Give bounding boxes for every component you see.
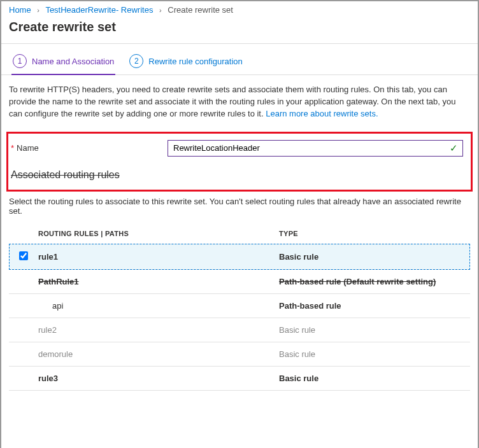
name-label: *Name: [11, 143, 168, 153]
table-row[interactable]: rule3Basic rule: [9, 367, 470, 391]
row-type: Basic rule: [279, 325, 460, 335]
row-name: rule1: [38, 252, 279, 262]
learn-more-link[interactable]: Learn more about rewrite sets.: [266, 109, 378, 118]
table-row[interactable]: apiPath-based rule: [9, 294, 470, 318]
row-name: rule3: [38, 374, 279, 383]
step-2-icon: 2: [129, 54, 143, 68]
column-type-header: TYPE: [279, 230, 460, 237]
row-name: demorule: [38, 349, 279, 359]
name-section-highlight: *Name ✓ Associated routing rules: [6, 132, 473, 192]
tab-label: Rewrite rule configuration: [148, 57, 242, 66]
row-type: Basic rule: [279, 374, 460, 383]
chevron-right-icon: ›: [155, 6, 166, 14]
intro-text: To rewrite HTTP(S) headers, you need to …: [9, 84, 470, 120]
row-type: Basic rule: [279, 349, 460, 359]
row-name: PathRule1: [38, 277, 279, 286]
column-name-header: ROUTING RULES | PATHS: [19, 230, 279, 237]
breadcrumb-mid[interactable]: TestHeaderRewrite- Rewrites: [45, 5, 153, 15]
breadcrumb: Home › TestHeaderRewrite- Rewrites › Cre…: [1, 1, 478, 17]
row-checkbox[interactable]: [19, 251, 28, 260]
associated-rules-heading: Associated routing rules: [11, 169, 468, 181]
breadcrumb-home[interactable]: Home: [9, 5, 31, 15]
tab-rewrite-rule-config[interactable]: 2 Rewrite rule configuration: [128, 50, 243, 74]
associated-rules-description: Select the routing rules to associate to…: [9, 197, 470, 216]
table-row: rule2Basic rule: [9, 318, 470, 342]
name-input[interactable]: [168, 140, 463, 157]
table-row: demoruleBasic rule: [9, 342, 470, 367]
row-type: Path-based rule (Default rewrite setting…: [279, 277, 460, 286]
page-title: Create rewrite set: [1, 17, 478, 43]
table-row[interactable]: rule1Basic rule: [9, 244, 470, 270]
row-name: api: [38, 301, 279, 311]
tab-name-association[interactable]: 1 Name and Association: [11, 50, 115, 74]
chevron-right-icon: ›: [33, 6, 43, 14]
table-row[interactable]: PathRule1Path-based rule (Default rewrit…: [9, 270, 470, 294]
tab-label: Name and Association: [32, 57, 114, 66]
wizard-tabs: 1 Name and Association 2 Rewrite rule co…: [1, 44, 478, 75]
step-1-icon: 1: [13, 54, 27, 68]
row-type: Path-based rule: [279, 301, 460, 311]
breadcrumb-current: Create rewrite set: [168, 5, 233, 15]
row-type: Basic rule: [279, 252, 460, 262]
routing-rules-table: ROUTING RULES | PATHS TYPE rule1Basic ru…: [9, 230, 470, 391]
checkmark-icon: ✓: [450, 143, 458, 154]
row-name: rule2: [38, 325, 279, 335]
